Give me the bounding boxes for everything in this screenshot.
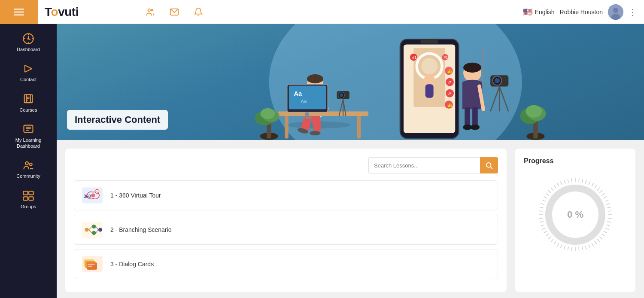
bell-icon[interactable] [191, 4, 206, 20]
svg-point-62 [424, 74, 435, 85]
language-label: English [535, 9, 555, 15]
svg-line-12 [25, 69, 32, 72]
sidebar-item-label: My Learning Dashboard [15, 137, 42, 149]
logo: Tovuti [38, 0, 132, 24]
language-selector[interactable]: 🇺🇸 English [523, 7, 555, 17]
lesson-item[interactable]: 3 - Dialog Cards [74, 249, 498, 279]
lesson-thumbnail [81, 221, 103, 238]
svg-rect-44 [289, 85, 326, 109]
flag-icon: 🇺🇸 [523, 7, 532, 17]
svg-line-101 [490, 167, 492, 168]
svg-rect-48 [301, 117, 312, 119]
svg-point-94 [261, 108, 275, 119]
svg-point-110 [92, 231, 96, 235]
lessons-panel: 360 ↻ 1 - 360 Virtual Tour [65, 149, 507, 292]
more-options-icon[interactable]: ⋮ [629, 7, 637, 17]
svg-line-11 [25, 65, 32, 69]
user-name: Robbie Houston [560, 9, 603, 15]
content-area: Aa Aa [57, 24, 644, 298]
svg-rect-41 [285, 116, 288, 139]
svg-point-109 [92, 225, 96, 228]
svg-text:#1: #1 [412, 55, 417, 60]
svg-rect-1 [14, 11, 24, 12]
svg-point-104 [91, 193, 95, 197]
svg-text:Aa: Aa [301, 99, 307, 104]
svg-point-111 [98, 228, 102, 231]
top-navigation: Tovuti 🇺🇸 English Robbie Houston [0, 0, 644, 24]
svg-point-4 [152, 9, 153, 11]
sidebar-item-groups[interactable]: Groups [0, 185, 57, 215]
svg-rect-84 [465, 107, 470, 127]
sidebar-item-community[interactable]: Community [0, 154, 57, 184]
svg-point-61 [421, 58, 437, 74]
svg-rect-27 [23, 197, 28, 200]
hamburger-button[interactable] [0, 0, 38, 24]
svg-point-3 [148, 9, 151, 11]
sidebar: Dashboard Contact Courses My Learning Da… [0, 24, 57, 298]
search-bar [74, 157, 498, 173]
svg-text:#1: #1 [444, 55, 448, 60]
lesson-name: 1 - 360 Virtual Tour [110, 192, 161, 199]
banner: Aa Aa [57, 24, 644, 140]
svg-point-83 [463, 63, 481, 73]
svg-point-87 [471, 125, 480, 130]
nav-icon-group [132, 4, 216, 20]
svg-text:↗: ↗ [447, 91, 451, 96]
svg-rect-26 [29, 191, 33, 195]
svg-text:↗: ↗ [447, 79, 451, 85]
logo-text: Tovuti [45, 5, 79, 19]
search-input[interactable] [368, 157, 480, 173]
svg-rect-2 [14, 14, 24, 15]
progress-circle-container: 0 % [524, 172, 627, 258]
svg-point-108 [85, 228, 88, 231]
svg-point-99 [526, 105, 542, 118]
svg-text:👍: 👍 [447, 68, 453, 74]
sidebar-item-label: Dashboard [17, 46, 40, 52]
svg-rect-85 [472, 107, 478, 127]
svg-point-51 [340, 93, 343, 97]
svg-text:↻: ↻ [96, 191, 98, 193]
mail-icon[interactable] [167, 4, 182, 20]
svg-rect-0 [14, 9, 24, 10]
svg-point-23 [25, 162, 28, 165]
svg-point-38 [307, 74, 323, 83]
svg-point-35 [310, 131, 320, 136]
banner-title-box: Interactive Content [67, 110, 168, 130]
banner-title: Interactive Content [75, 114, 160, 125]
lessons-container: 360 ↻ 1 - 360 Virtual Tour [57, 140, 644, 298]
search-button[interactable] [480, 157, 498, 173]
svg-point-7 [613, 8, 618, 13]
sidebar-item-label: Courses [20, 107, 37, 113]
svg-rect-57 [420, 40, 438, 43]
sidebar-item-label: Contact [20, 76, 36, 82]
svg-rect-28 [29, 197, 33, 200]
lesson-name: 3 - Dialog Cards [110, 261, 154, 268]
lesson-item[interactable]: 360 ↻ 1 - 360 Virtual Tour [74, 180, 498, 210]
svg-rect-25 [23, 191, 28, 195]
sidebar-item-mylearning[interactable]: My Learning Dashboard [0, 118, 57, 155]
progress-title: Progress [524, 157, 627, 165]
nav-right-area: 🇺🇸 English Robbie Houston ⋮ [523, 4, 644, 20]
lesson-thumbnail [81, 255, 103, 273]
lesson-thumbnail: 360 ↻ [81, 187, 103, 204]
lesson-name: 2 - Branching Scenario [110, 226, 171, 233]
svg-rect-121 [88, 266, 92, 267]
progress-circle: 0 % [537, 176, 614, 253]
svg-point-10 [27, 38, 30, 40]
lesson-item[interactable]: 2 - Branching Scenario [74, 215, 498, 245]
user-avatar[interactable] [608, 4, 623, 20]
users-icon[interactable] [143, 4, 158, 20]
sidebar-item-contact[interactable]: Contact [0, 58, 57, 88]
progress-value: 0 % [567, 209, 583, 220]
svg-rect-63 [425, 84, 434, 98]
progress-panel: Progress [515, 149, 635, 292]
svg-text:Aa: Aa [294, 90, 302, 97]
svg-text:👍: 👍 [447, 102, 453, 108]
sidebar-item-label: Groups [21, 204, 36, 210]
main-layout: Dashboard Contact Courses My Learning Da… [0, 24, 644, 298]
sidebar-item-courses[interactable]: Courses [0, 88, 57, 118]
svg-point-24 [30, 163, 32, 166]
svg-point-78 [495, 78, 500, 84]
sidebar-item-dashboard[interactable]: Dashboard [0, 27, 57, 58]
svg-rect-120 [88, 264, 95, 265]
